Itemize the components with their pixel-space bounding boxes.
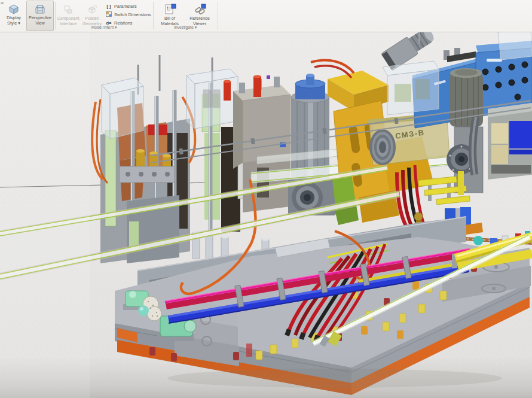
- parameters-icon: [ ]: [105, 4, 112, 9]
- perspective-view-button[interactable]: Perspective View: [26, 1, 54, 31]
- publish-geometry-icon: [87, 4, 97, 15]
- ribbon-toolbar: w Display Style ▾ Perspective View Compo…: [0, 0, 532, 32]
- ribbon-separator: [55, 2, 56, 29]
- ribbon-separator: [218, 2, 218, 29]
- ribbon-separator: [153, 2, 154, 29]
- component-interface-icon: [63, 4, 74, 15]
- reference-viewer-icon: [194, 4, 206, 15]
- model-intent-group-label[interactable]: Model Intent ▾: [56, 25, 152, 30]
- investigate-group-label[interactable]: Investigate ▾: [155, 25, 215, 30]
- perspective-view-icon: [34, 3, 46, 14]
- investigate-group: Bill of Materials Reference Viewer Inves…: [155, 1, 215, 31]
- screen: СМЗ-В: [0, 0, 532, 398]
- model-intent-group: Component Interface Publish Geometry [ ]…: [56, 1, 152, 31]
- display-style-icon: [8, 3, 20, 14]
- transparent-enclosure-1[interactable]: [102, 78, 143, 139]
- switch-dimensions-button[interactable]: Switch Dimensions: [105, 11, 151, 19]
- bill-of-materials-icon: [164, 4, 176, 15]
- parameters-button[interactable]: [ ] Parameters: [105, 2, 137, 10]
- switch-dimensions-icon: [105, 11, 112, 18]
- display-style-button[interactable]: Display Style ▾: [1, 1, 26, 31]
- model-canvas[interactable]: СМЗ-В: [0, 0, 532, 398]
- viewport-3d[interactable]: СМЗ-В: [0, 0, 532, 398]
